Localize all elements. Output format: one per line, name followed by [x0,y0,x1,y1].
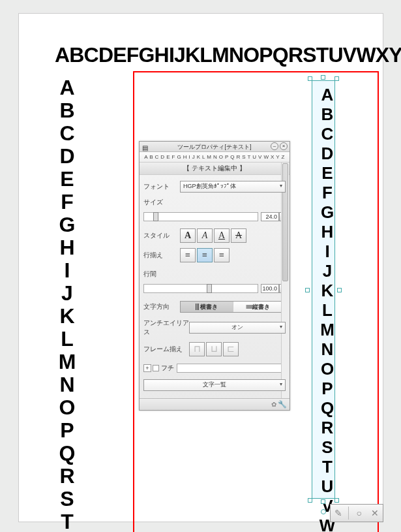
handle-bc[interactable] [321,499,325,504]
handle-tl[interactable] [308,76,312,81]
style-italic-button[interactable]: A [197,228,213,243]
antialias-label: アンチエイリアス [143,319,189,337]
direction-horizontal[interactable]: 横書き [181,302,233,312]
separator [348,507,349,520]
handle-br[interactable] [334,498,339,503]
align-label: 行揃え [143,251,180,260]
edge-label: フチ [161,364,174,373]
handle-bl[interactable] [308,498,312,503]
tool-property-panel: ▤ ツールプロパティ[テキスト] – × A B C D E F G H I J… [139,141,290,411]
pen-icon[interactable]: ✎ [333,507,344,519]
handle-ml[interactable] [305,288,310,292]
editing-status: 【 テキスト編集中 】 [140,162,290,175]
size-label: サイズ [143,198,180,207]
font-select[interactable]: HGP創英角ﾎﾟｯﾌﾟ体 [180,181,286,193]
panel-titlebar[interactable]: ▤ ツールプロパティ[テキスト] – × [140,142,290,152]
expand-edge[interactable]: + [143,364,151,372]
frame-btn-1: ⊓ [189,342,205,356]
spacing-value[interactable]: 100.0 [261,284,279,293]
direction-toggle[interactable]: 横書き 縦書き [180,301,286,313]
wrench-icon[interactable]: 🔧 [278,400,287,409]
panel-title: ツールプロパティ[テキスト] [177,144,251,150]
menu-icon[interactable]: ▤ [142,143,148,153]
align-top-button[interactable]: ≡ [180,248,196,262]
selected-vertical-text[interactable]: ABCDEFGHIJKLMNOPQRSTUVWXYZ [312,80,335,499]
frame-align-label: フレーム揃え [143,345,189,354]
style-strike-button[interactable]: A [231,228,246,243]
direction-label: 文字方向 [143,302,180,311]
spacing-slider[interactable] [143,284,258,293]
style-label: スタイル [143,231,180,240]
font-preview: A B C D E F G H I J K L M N O P Q R S T … [140,152,290,162]
cancel-button[interactable]: ✕ [369,507,381,519]
antialias-select[interactable]: オン [189,322,286,334]
horizontal-text-sample: ABCDEFGHIJKLMNOPQRSTUVWXYZ [55,43,401,67]
edge-checkbox[interactable] [153,365,159,371]
char-list-select[interactable]: 文字一覧 [143,379,286,391]
confirm-toolbar: ✎ ○ ✕ [330,504,383,522]
handle-tc[interactable] [321,75,325,80]
handle-tr[interactable] [334,76,339,81]
confirm-button[interactable]: ○ [353,507,365,519]
size-value[interactable]: 24.0 [261,212,279,221]
font-label: フォント [143,182,180,191]
scrollbar[interactable] [281,163,289,398]
size-slider[interactable] [143,212,258,221]
align-middle-button[interactable]: ≡ [197,248,213,262]
direction-vertical[interactable]: 縦書き [233,302,286,312]
handle-mr[interactable] [337,288,342,292]
rotate-handle[interactable] [321,509,326,514]
selected-text-object[interactable]: ABCDEFGHIJKLMNOPQRSTUVWXYZ [310,79,336,500]
edge-input[interactable] [177,364,286,373]
frame-btn-3: ⊏ [223,342,239,356]
panel-footer: ✿ 🔧 [140,398,290,410]
canvas[interactable]: ABCDEFGHIJKLMNOPQRSTUVWXYZ ABCDEFGHIJKLM… [18,13,383,522]
style-underline-button[interactable]: A [214,228,230,243]
align-bottom-button[interactable]: ≡ [214,248,230,262]
frame-btn-2: ⊔ [206,342,222,356]
minimize-icon[interactable]: – [271,142,278,150]
close-icon[interactable]: × [280,142,288,150]
gear-icon[interactable]: ✿ [271,401,276,408]
vertical-text-sample-left: ABCDEFGHIJKLMNOPQRSTUVWXYZ [55,76,76,532]
spacing-label: 行間 [143,270,180,279]
style-bold-button[interactable]: A [180,228,196,243]
